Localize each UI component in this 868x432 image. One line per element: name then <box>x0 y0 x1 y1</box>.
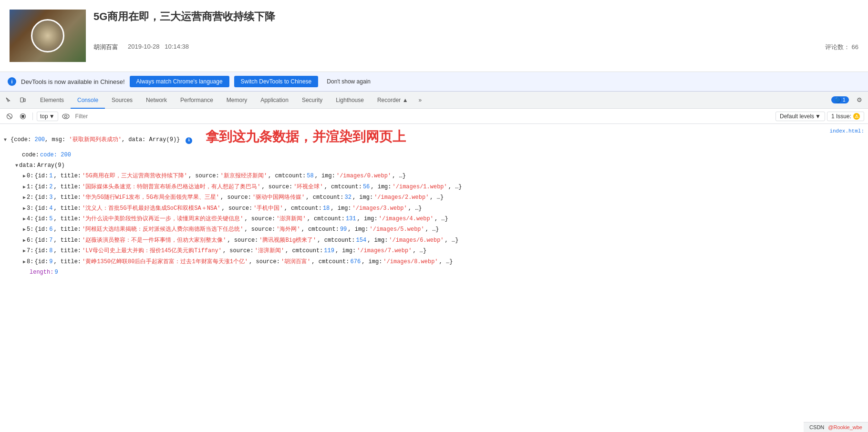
dropdown-arrow: ▼ <box>49 113 55 120</box>
item-arrow-1 <box>23 183 26 191</box>
expand-arrow <box>4 136 7 144</box>
notification-text: DevTools is now available in Chinese! <box>21 78 125 85</box>
stop-button[interactable] <box>17 111 29 122</box>
svg-rect-0 <box>21 98 23 102</box>
default-levels-label: Default levels <box>780 113 814 120</box>
item-arrow-5 <box>23 226 26 234</box>
settings-gear-button[interactable]: ⚙ <box>853 93 866 107</box>
context-label: top <box>40 113 48 120</box>
array-item-1[interactable]: 1: {id: 2, title: '国际媒体头条速览：特朗普宣布斩杀巴格达迪时… <box>0 182 868 192</box>
article-meta: 胡润百富 2019-10-28 10:14:38 评论数： 66 <box>93 43 858 51</box>
tab-security[interactable]: Security <box>295 92 329 109</box>
root-object-text: {code: 200, msg: '获取新闻列表成功', data: Array… <box>10 135 180 144</box>
svg-line-3 <box>8 114 11 118</box>
article-comment-count: 评论数： 66 <box>825 43 858 51</box>
device-toggle-button[interactable] <box>16 93 30 107</box>
article-thumbnail <box>10 10 86 62</box>
tab-memory[interactable]: Memory <box>220 92 254 109</box>
devtools-tabs: Elements Console Sources Network Perform… <box>0 92 868 109</box>
item-arrow-8 <box>23 258 26 266</box>
console-output[interactable]: {code: 200, msg: '获取新闻列表成功', data: Array… <box>0 124 868 300</box>
data-expand-arrow <box>15 162 18 170</box>
array-item-0[interactable]: 0: {id: 1, title: '5G商用在即，三大运营商营收持续下降', … <box>0 171 868 181</box>
default-levels-arrow: ▼ <box>815 113 821 120</box>
issue-badge[interactable]: 1 Issue: ⚠ <box>827 112 864 121</box>
tab-badge[interactable]: 🔵 1 <box>831 96 849 103</box>
item-arrow-0 <box>23 172 26 180</box>
item-arrow-7 <box>23 247 26 255</box>
switch-to-chinese-button[interactable]: Switch DevTools to Chinese <box>234 76 319 87</box>
item-arrow-2 <box>23 194 26 202</box>
more-tabs-button[interactable]: » <box>415 97 426 103</box>
context-dropdown[interactable]: top ▼ <box>37 112 58 121</box>
dont-show-again-button[interactable]: Don't show again <box>323 76 374 87</box>
article-title[interactable]: 5G商用在即，三大运营商营收持续下降 <box>93 10 858 24</box>
svg-point-6 <box>62 114 69 119</box>
array-item-5[interactable]: 5: {id: 6, title: '阿根廷大选结果揭晓：反对派候选人费尔南德斯… <box>0 224 868 235</box>
issue-warning-icon: ⚠ <box>853 113 860 120</box>
file-reference[interactable]: index.html: <box>829 127 864 136</box>
thumb-background <box>10 10 86 62</box>
array-item-2[interactable]: 2: {id: 3, title: '华为5G随行WiFi发布，5G布局全面领先… <box>0 192 868 203</box>
tab-elements[interactable]: Elements <box>33 92 71 109</box>
code-property-line: code: code: 200 <box>0 150 868 160</box>
code-key: code: <box>22 150 39 160</box>
length-value: 9 <box>54 267 58 277</box>
issue-count-label: 1 Issue: <box>831 113 851 120</box>
console-toolbar: top ▼ Default levels ▼ 1 Issue: ⚠ <box>0 109 868 124</box>
tab-console[interactable]: Console <box>71 92 105 109</box>
code-value: code: 200 <box>40 150 71 160</box>
svg-rect-5 <box>21 115 24 118</box>
data-array-line[interactable]: data: Array(9) <box>0 160 868 171</box>
tab-recorder[interactable]: Recorder ▲ <box>371 92 415 109</box>
info-icon: i <box>8 77 16 86</box>
length-property-line: length: 9 <box>0 267 868 278</box>
toolbar-separator <box>32 113 33 120</box>
array-item-8[interactable]: 8: {id: 9, title: '黄峥1350亿蝉联80后白手起家首富：过去… <box>0 257 868 267</box>
annotation-text: 拿到这九条数据，并渲染到网页上 <box>206 126 406 149</box>
devtools-notification-bar: i DevTools is now available in Chinese! … <box>0 72 868 92</box>
tab-right-controls: 🔵 1 ⚙ <box>831 93 866 107</box>
length-key: length: <box>30 267 53 277</box>
data-value: Array(9) <box>37 161 65 170</box>
article-content: 5G商用在即，三大运营商营收持续下降 胡润百富 2019-10-28 10:14… <box>93 10 858 51</box>
object-info-icon: i <box>186 137 192 144</box>
svg-point-7 <box>64 115 67 117</box>
clear-console-button[interactable] <box>4 111 15 122</box>
array-item-6[interactable]: 6: {id: 7, title: '赵薇谈演员整容：不是一件坏事情，但劝大家别… <box>0 235 868 246</box>
item-arrow-6 <box>23 237 26 245</box>
match-language-button[interactable]: Always match Chrome's language <box>130 76 229 87</box>
array-item-4[interactable]: 4: {id: 5, title: '为什么说中美阶段性协议再近一步，读懂周末的… <box>0 214 868 224</box>
array-item-7[interactable]: 7: {id: 8, title: 'LV母公司史上最大并购：报价145亿美元购… <box>0 246 868 256</box>
data-key: data: <box>19 161 36 170</box>
article-date: 2019-10-28 10:14:38 <box>128 43 189 51</box>
inspect-element-button[interactable] <box>2 93 15 107</box>
eye-button[interactable] <box>60 111 72 122</box>
thumb-circle <box>31 19 64 52</box>
item-arrow-4 <box>23 215 26 223</box>
svg-rect-1 <box>24 99 25 102</box>
tab-icon-group <box>2 93 30 107</box>
article-section: 5G商用在即，三大运营商营收持续下降 胡润百富 2019-10-28 10:14… <box>0 0 868 72</box>
item-arrow-3 <box>23 205 26 213</box>
array-item-3[interactable]: 3: {id: 4, title: '沈义人：首批5G手机最好选集成SoC和双模… <box>0 203 868 214</box>
tab-sources[interactable]: Sources <box>105 92 139 109</box>
tab-performance[interactable]: Performance <box>174 92 220 109</box>
tab-application[interactable]: Application <box>254 92 295 109</box>
article-card: 5G商用在即，三大运营商营收持续下降 胡润百富 2019-10-28 10:14… <box>10 5 858 67</box>
tab-lighthouse[interactable]: Lighthouse <box>329 92 371 109</box>
filter-input[interactable] <box>73 112 774 121</box>
console-root-line[interactable]: {code: 200, msg: '获取新闻列表成功', data: Array… <box>0 126 868 150</box>
tab-network[interactable]: Network <box>139 92 174 109</box>
article-author: 胡润百富 <box>93 43 118 51</box>
default-levels-dropdown[interactable]: Default levels ▼ <box>775 112 825 121</box>
